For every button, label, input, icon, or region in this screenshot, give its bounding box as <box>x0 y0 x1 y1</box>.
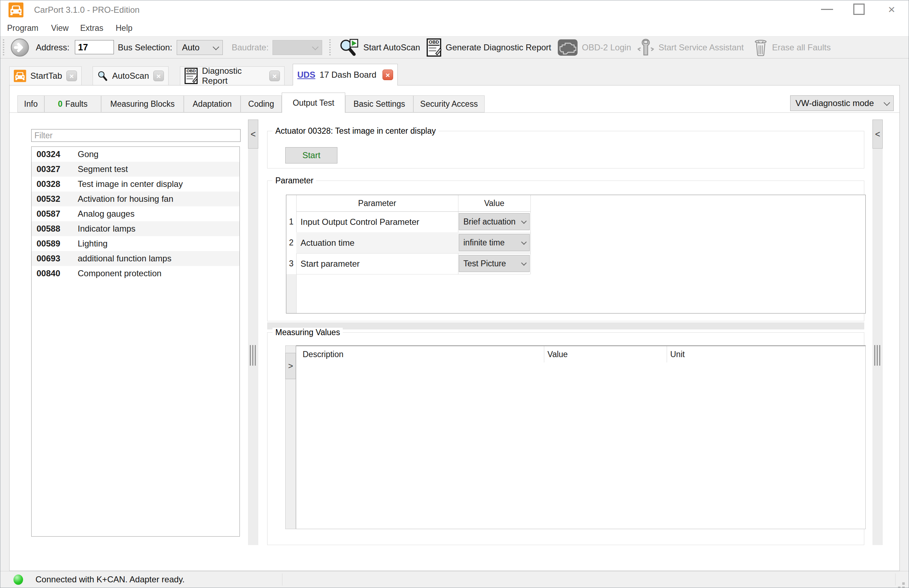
tab-close-button[interactable]: × <box>153 71 164 81</box>
subtab-adaptation[interactable]: Adaptation <box>184 95 241 112</box>
tab-label: AutoScan <box>112 71 149 81</box>
faults-count-badge: 0 <box>58 99 62 109</box>
splitter-drag-handle[interactable] <box>250 345 257 366</box>
erase-faults-button: Erase all Faults <box>754 37 831 58</box>
tab-autoscan[interactable]: AutoScan × <box>92 66 168 85</box>
address-label: Address: <box>36 37 70 58</box>
bus-selection-label: Bus Selection: <box>118 37 172 58</box>
actuator-name: Component protection <box>78 266 162 281</box>
row-number: 1 <box>286 212 296 232</box>
list-item[interactable]: 00324Gong <box>32 147 239 162</box>
measuring-side-strip: > <box>285 346 296 529</box>
actuator-code: 00589 <box>37 236 60 251</box>
close-icon: × <box>888 3 895 15</box>
obd-report-icon: OBD <box>184 67 197 85</box>
go-button[interactable] <box>11 38 29 57</box>
menu-extras[interactable]: Extras <box>79 20 105 36</box>
subtab-label: Adaptation <box>192 99 232 109</box>
resize-grip[interactable] <box>902 582 905 585</box>
subtab-measuring-blocks[interactable]: Measuring Blocks <box>101 95 184 112</box>
chevron-down-icon <box>521 260 527 266</box>
engine-icon <box>558 39 577 56</box>
list-item[interactable]: 00840Component protection <box>32 266 239 281</box>
list-item[interactable]: 00588Indicator lamps <box>32 221 239 236</box>
table-gridline <box>296 274 531 275</box>
baudrate-label: Baudrate: <box>232 37 268 58</box>
row-number: 3 <box>286 253 296 274</box>
parameter-value-select-1[interactable]: Brief actuation <box>459 213 530 230</box>
tab-diagnostic-report[interactable]: OBD Diagnostic Report × <box>180 66 285 85</box>
tab-starttab[interactable]: StartTab × <box>9 66 82 85</box>
minimize-button[interactable] <box>815 0 839 18</box>
tab-close-button[interactable]: × <box>269 71 280 81</box>
parameter-value-select-2[interactable]: infinite time <box>459 234 530 251</box>
list-item[interactable]: 00693additional function lamps <box>32 251 239 266</box>
tab-close-button[interactable]: × <box>382 69 393 80</box>
subtab-output-test[interactable]: Output Test <box>282 92 345 113</box>
subtab-faults[interactable]: 0 Faults <box>44 95 101 112</box>
list-item[interactable]: 00328Test image in center display <box>32 177 239 192</box>
parameter-table: Parameter Value 1 Input Output Control P… <box>286 195 866 313</box>
list-item[interactable]: 00589Lighting <box>32 236 239 251</box>
actuator-groupbox-title: Actuator 00328: Test image in center dis… <box>272 126 438 136</box>
measuring-values-table: Description Value Unit <box>296 346 866 529</box>
maximize-button[interactable] <box>847 0 872 18</box>
actuator-name: Indicator lamps <box>78 221 136 236</box>
start-actuator-button[interactable]: Start <box>285 147 337 163</box>
carport-app-icon <box>8 3 23 18</box>
table-gridline <box>531 195 531 274</box>
obd-report-icon: OBD <box>427 38 442 57</box>
parameter-groupbox-title: Parameter <box>272 176 316 186</box>
generate-report-label: Generate Diagnostic Report <box>446 42 552 52</box>
obd2-login-label: OBD-2 Login <box>582 42 631 52</box>
tab-close-button[interactable]: × <box>66 71 77 81</box>
list-item[interactable]: 00587Analog gauges <box>32 207 239 221</box>
autoscan-play-icon <box>339 38 359 57</box>
collapse-right-panel-button[interactable]: < <box>872 120 883 149</box>
obd2-login-button: OBD-2 Login <box>558 37 631 58</box>
list-item[interactable]: 00532Activation for housing fan <box>32 192 239 207</box>
list-item[interactable]: 00327Segment test <box>32 162 239 177</box>
actuator-list: 00324Gong 00327Segment test 00328Test im… <box>31 147 240 536</box>
actuator-name: Analog gauges <box>78 207 134 221</box>
horizontal-splitter[interactable] <box>267 322 864 330</box>
tab-uds-dashboard[interactable]: UDS 17 Dash Board × <box>293 64 398 86</box>
arrow-right-icon <box>11 38 29 57</box>
start-autoscan-button[interactable]: Start AutoScan <box>339 37 420 58</box>
actuator-code: 00588 <box>37 221 60 236</box>
left-splitter[interactable]: < <box>248 120 258 545</box>
subtab-info[interactable]: Info <box>18 95 44 112</box>
minimize-icon <box>821 9 833 10</box>
magnifier-icon <box>97 69 108 83</box>
actuator-name: Test image in center display <box>78 177 183 192</box>
subtab-label: Output Test <box>293 98 334 108</box>
row-number: 2 <box>286 232 296 253</box>
parameter-value-select-3[interactable]: Test Picture <box>459 255 530 272</box>
svg-text:OBD: OBD <box>187 68 196 73</box>
generate-report-button[interactable]: OBD Generate Diagnostic Report <box>427 37 552 58</box>
erase-faults-label: Erase all Faults <box>772 42 831 52</box>
chevron-down-icon <box>883 99 890 106</box>
menu-view[interactable]: View <box>50 20 70 36</box>
address-input[interactable] <box>75 40 114 54</box>
actuator-name: Gong <box>78 147 99 162</box>
splitter-drag-handle[interactable] <box>874 345 881 366</box>
bus-selection-select[interactable]: Auto <box>177 40 223 55</box>
filter-input[interactable] <box>31 129 241 142</box>
trash-icon <box>754 38 768 57</box>
menu-program[interactable]: Program <box>6 20 40 36</box>
table-gridline <box>296 195 297 313</box>
collapse-left-panel-button[interactable]: < <box>248 120 258 149</box>
actuator-code: 00840 <box>37 266 60 281</box>
right-splitter[interactable]: < <box>872 120 883 545</box>
chevron-down-icon <box>312 44 318 50</box>
tab-label: 17 Dash Board <box>320 70 377 80</box>
actuator-name: Activation for housing fan <box>78 192 173 207</box>
document-tab-bar: StartTab × AutoScan × OBD Diagnostic Rep… <box>0 58 909 85</box>
close-button[interactable]: × <box>879 0 904 18</box>
car-icon <box>14 68 26 84</box>
menu-help[interactable]: Help <box>114 20 134 36</box>
menu-bar: Program View Extras Help <box>0 20 909 36</box>
uds-dashboard-panel: Info 0 Faults Measuring Blocks Adaptatio… <box>9 85 900 571</box>
expand-measuring-panel-button[interactable]: > <box>285 353 296 379</box>
